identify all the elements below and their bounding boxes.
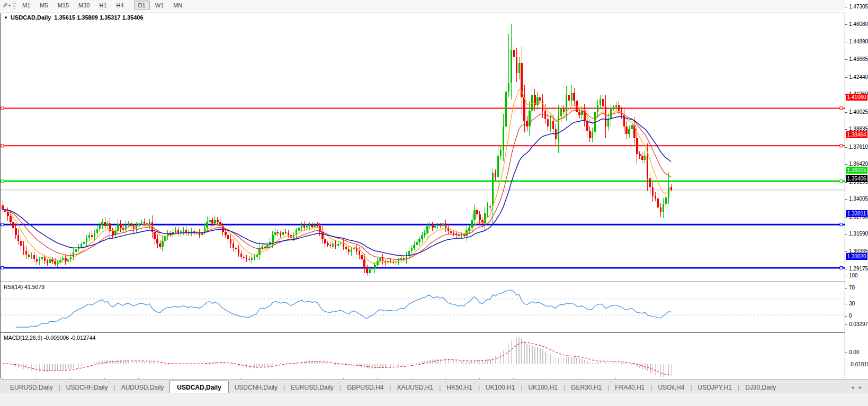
symbol-tab-dj30-daily[interactable]: DJ30,Daily xyxy=(739,381,782,393)
symbol-tab-audusd-daily[interactable]: AUDUSD,Daily xyxy=(115,381,170,393)
price-tick-label: 1.47305 xyxy=(849,4,868,10)
scale-tick xyxy=(845,269,847,269)
horizontal-line-1.36015[interactable] xyxy=(1,180,845,183)
symbol-tab-ger30-h1[interactable]: GER30,H1 xyxy=(565,381,607,393)
scale-tick xyxy=(845,42,847,42)
timeframe-buttons: M1M5M15M30H1H4D1W1MN xyxy=(17,1,187,10)
symbol-tab-bar: EURUSD,Daily|USDCHF,Daily|AUDUSD,DailyUS… xyxy=(0,379,868,393)
price-tick-label: 1.34005 xyxy=(849,196,868,202)
scale-tick xyxy=(845,365,847,365)
macd-scale-zero: 0.00 xyxy=(849,349,859,355)
timeframe-button-mn[interactable]: MN xyxy=(169,1,186,10)
scale-tick xyxy=(845,112,847,113)
candlestick-chart[interactable] xyxy=(1,13,845,282)
scroll-left-icon[interactable]: ◂ xyxy=(851,384,854,390)
scale-tick xyxy=(845,316,847,317)
price-tick-label: 1.42440 xyxy=(849,74,868,80)
scroll-right-icon[interactable]: ▸ xyxy=(859,384,862,390)
drawing-tool-button[interactable]: ✎ ▾ xyxy=(0,1,13,10)
status-bar xyxy=(0,393,868,406)
scale-tick xyxy=(845,59,847,60)
chevron-down-icon[interactable]: ▾ xyxy=(8,3,11,8)
symbol-tab-eurusd-daily[interactable]: EURUSD,Daily xyxy=(285,381,339,393)
symbol-tab-usdcad-daily[interactable]: USDCAD,Daily xyxy=(169,381,228,394)
rsi-scale-label: 100 xyxy=(849,273,858,278)
scale-tick xyxy=(845,7,847,7)
ohlc-values: 1.35615 1.35809 1.35317 1.35406 xyxy=(54,14,143,21)
symbol-tab-hk50-h1[interactable]: HK50,H1 xyxy=(441,381,478,393)
timeframe-button-m5[interactable]: M5 xyxy=(35,1,52,10)
macd-scale-min: -0.018154 xyxy=(849,362,868,367)
rsi-indicator-pane[interactable] xyxy=(0,282,845,333)
rsi-scale-label: 70 xyxy=(849,285,855,291)
symbol-tabs: EURUSD,Daily|USDCHF,Daily|AUDUSD,DailyUS… xyxy=(4,380,782,393)
price-scale[interactable]: 1.473051.460801.448901.436651.424401.412… xyxy=(845,0,868,393)
macd-signal-line xyxy=(3,342,671,375)
macd-indicator-pane[interactable] xyxy=(0,332,845,379)
price-tick-label: 1.46080 xyxy=(849,21,868,27)
price-tick-label: 1.36420 xyxy=(849,161,868,167)
scale-tick xyxy=(845,304,847,304)
timeframe-button-m15[interactable]: M15 xyxy=(53,1,73,10)
price-tick-label: 1.44890 xyxy=(849,39,868,44)
symbol-tab-usoil-h4[interactable]: USOil,H4 xyxy=(652,381,690,393)
timeframe-toolbar: ✎ ▾ M1M5M15M30H1H4D1W1MN xyxy=(0,0,868,11)
timeframe-button-m1[interactable]: M1 xyxy=(18,1,34,10)
horizontal-line-1.41060[interactable] xyxy=(1,107,845,110)
rsi-label: RSI(14) 41.5079 xyxy=(4,284,44,290)
bid-price-label: 1.35406 xyxy=(846,175,867,182)
horizontal-line-1.33011[interactable] xyxy=(1,223,845,226)
rsi-scale-label: 30 xyxy=(849,301,855,306)
symbol-tab-eurusd-daily[interactable]: EURUSD,Daily xyxy=(4,381,59,393)
scale-tick xyxy=(845,251,847,252)
macd-label: MACD(12,26,9) -0.009006 -0.012744 xyxy=(4,335,95,341)
toolbar-grip-handle[interactable] xyxy=(13,2,16,9)
scale-tick xyxy=(845,129,847,130)
scale-tick xyxy=(845,164,847,165)
toolbar-separator xyxy=(131,2,131,9)
price-tick-label: 1.31590 xyxy=(849,231,868,237)
symbol-tab-usdjpy-h1[interactable]: USDJPY,H1 xyxy=(692,381,738,393)
rsi-scale-label: 0 xyxy=(849,313,852,319)
chart-region: ▼USDCAD,Daily1.35615 1.35809 1.35317 1.3… xyxy=(0,11,868,403)
horizontal-line-1.38464[interactable] xyxy=(1,145,845,147)
collapse-triangle-icon[interactable]: ▼ xyxy=(4,15,8,20)
timeframe-button-h1[interactable]: H1 xyxy=(95,1,111,10)
scale-tick xyxy=(845,276,847,276)
symbol-period-label: USDCAD,Daily xyxy=(11,14,51,21)
scale-tick xyxy=(845,147,847,148)
symbol-tab-usdchf-daily[interactable]: USDCHF,Daily xyxy=(60,381,114,393)
scale-tick xyxy=(845,353,847,353)
symbol-tab-gbpusd-h4[interactable]: GBPUSD,H4 xyxy=(341,381,389,393)
hline-price-label-1.36015: 1.36015 xyxy=(846,167,867,174)
hline-price-label-1.30020: 1.30020 xyxy=(846,253,867,260)
price-tick-label: 1.37610 xyxy=(849,144,868,150)
hline-price-label-1.38464: 1.38464 xyxy=(846,131,867,138)
main-chart-pane[interactable] xyxy=(0,13,845,282)
trading-platform-window: ✎ ▾ M1M5M15M30H1H4D1W1MN ▼USDCAD,Daily1.… xyxy=(0,0,868,406)
pencil-icon: ✎ xyxy=(1,3,8,8)
macd-chart[interactable] xyxy=(1,333,845,378)
price-tick-label: 1.29175 xyxy=(849,266,868,272)
timeframe-button-w1[interactable]: W1 xyxy=(151,1,168,10)
scale-tick xyxy=(845,24,847,25)
scale-tick xyxy=(845,234,847,234)
macd-histogram xyxy=(3,337,671,378)
hline-price-label-1.33011: 1.33011 xyxy=(846,210,867,217)
rsi-chart[interactable] xyxy=(1,282,845,332)
symbol-tab-fra40-h1[interactable]: FRA40,H1 xyxy=(609,381,650,393)
hline-price-label-1.41060: 1.41060 xyxy=(846,94,867,101)
timeframe-button-d1[interactable]: D1 xyxy=(134,1,150,10)
macd-scale-max: 0.032972 xyxy=(849,321,868,327)
timeframe-button-h4[interactable]: H4 xyxy=(112,1,128,10)
symbol-tab-uk100-h1[interactable]: UK100,H1 xyxy=(480,381,521,393)
price-tick-label: 1.40025 xyxy=(849,109,868,115)
symbol-tab-usdcnh-daily[interactable]: USDCNH,Daily xyxy=(229,381,283,393)
symbol-tab-uk100-h1[interactable]: UK100,H1 xyxy=(523,381,563,393)
horizontal-line-1.30020[interactable] xyxy=(1,266,845,269)
scale-tick xyxy=(845,288,847,288)
timeframe-button-m30[interactable]: M30 xyxy=(74,1,94,10)
symbol-tab-xauusd-h1[interactable]: XAUUSD,H1 xyxy=(391,381,439,393)
scale-tick xyxy=(845,199,847,200)
chart-title: ▼USDCAD,Daily1.35615 1.35809 1.35317 1.3… xyxy=(4,14,144,21)
